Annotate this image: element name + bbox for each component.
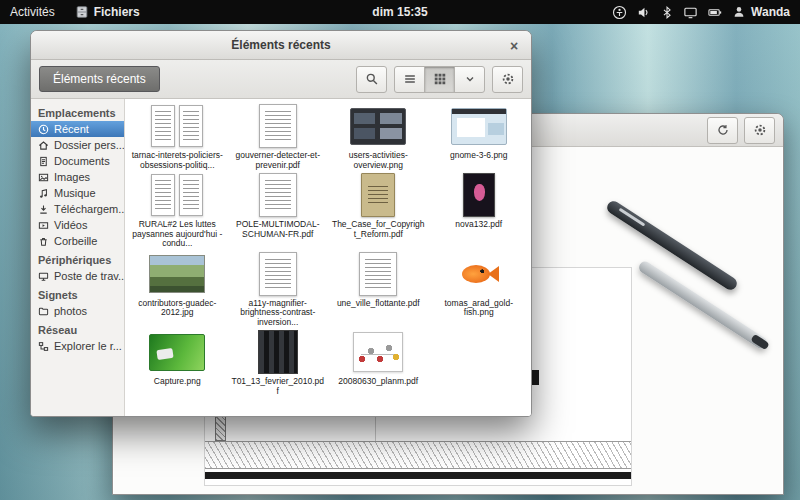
file-name: users-activities-overview.png <box>331 151 425 170</box>
file-name: tarnac-interets-policiers-obsessions-pol… <box>130 151 224 170</box>
sidebar-item-pictures[interactable]: Images <box>31 169 124 185</box>
files-toolbar: Éléments récents <box>31 60 531 99</box>
user-icon <box>732 5 746 19</box>
grid-view-button[interactable] <box>424 66 455 93</box>
file-item[interactable]: gouverner-detecter-et-prevenir.pdf <box>228 103 329 170</box>
grid-view-icon <box>433 72 447 86</box>
file-name: T01_13_fevrier_2010.pdf <box>231 377 325 396</box>
folder-icon <box>38 306 49 317</box>
sidebar-item-photos[interactable]: photos <box>31 303 124 319</box>
sidebar-item-music[interactable]: Musique <box>31 185 124 201</box>
gear-icon <box>501 72 515 86</box>
bluetooth-icon[interactable] <box>660 5 674 20</box>
app-menu[interactable]: Fichiers <box>65 0 150 24</box>
window-title: Éléments récents <box>231 38 330 52</box>
file-item[interactable]: a11y-magnifier-brightness-contrast-inver… <box>228 251 329 328</box>
music-icon <box>38 188 49 199</box>
refresh-icon <box>716 123 730 137</box>
display-icon[interactable] <box>683 5 698 20</box>
file-name: 20080630_planm.pdf <box>338 377 418 387</box>
file-item[interactable]: 20080630_planm.pdf <box>328 329 429 396</box>
desktop: Activités Fichiers dim 15:35 <box>0 0 800 500</box>
user-menu[interactable]: Wanda <box>732 5 790 19</box>
file-name: tomas_arad_gold-fish.png <box>432 299 526 318</box>
file-item[interactable]: tarnac-interets-policiers-obsessions-pol… <box>127 103 228 170</box>
sidebar-item-label: Documents <box>54 155 110 167</box>
sidebar-item-videos[interactable]: Vidéos <box>31 217 124 233</box>
search-icon <box>365 72 379 86</box>
file-item[interactable]: Capture.png <box>127 329 228 396</box>
sidebar-item-documents[interactable]: Documents <box>31 153 124 169</box>
file-item[interactable]: tomas_arad_gold-fish.png <box>429 251 530 328</box>
file-item[interactable]: users-activities-overview.png <box>328 103 429 170</box>
list-view-icon <box>403 72 417 86</box>
list-view-button[interactable] <box>394 66 425 93</box>
file-item[interactable]: The_Case_for_Copyright_Reform.pdf <box>328 172 429 249</box>
file-thumbnail <box>230 329 326 375</box>
search-button[interactable] <box>356 66 387 93</box>
file-item[interactable]: nova132.pdf <box>429 172 530 249</box>
files-window[interactable]: Éléments récents × Éléments récents <box>30 30 532 417</box>
file-item[interactable]: une_ville_flottante.pdf <box>328 251 429 328</box>
file-name: POLE-MULTIMODAL-SCHUMAN-FR.pdf <box>231 220 325 239</box>
sidebar-item-label: Téléchargem... <box>54 203 125 215</box>
trash-icon <box>38 236 49 247</box>
file-thumbnail <box>230 172 326 218</box>
close-button[interactable]: × <box>503 35 525 56</box>
file-thumbnail <box>330 329 426 375</box>
sidebar-item-label: Dossier pers... <box>54 139 125 151</box>
files-titlebar[interactable]: Éléments récents × <box>31 31 531 60</box>
battery-icon[interactable] <box>707 5 723 20</box>
clock[interactable]: dim 15:35 <box>372 5 427 19</box>
sidebar-item-trash[interactable]: Corbeille <box>31 233 124 249</box>
sidebar-heading-places: Emplacements <box>31 102 124 121</box>
computer-icon <box>38 271 49 282</box>
file-item[interactable]: T01_13_fevrier_2010.pdf <box>228 329 329 396</box>
file-thumbnail <box>431 172 527 218</box>
refresh-button[interactable] <box>707 117 738 144</box>
accessibility-icon[interactable] <box>612 5 627 20</box>
file-name: gouverner-detecter-et-prevenir.pdf <box>231 151 325 170</box>
activities-button[interactable]: Activités <box>0 0 65 24</box>
files-app-icon <box>75 5 89 19</box>
places-sidebar: Emplacements Récent Dossier pers... <box>31 99 125 416</box>
file-name: contributors-guadec-2012.jpg <box>130 299 224 318</box>
settings-button[interactable] <box>492 66 523 93</box>
file-thumbnail <box>330 103 426 149</box>
file-item[interactable]: RURAL#2 Les luttes paysannes aujourd'hui… <box>127 172 228 249</box>
file-item[interactable]: contributors-guadec-2012.jpg <box>127 251 228 328</box>
sidebar-heading-network: Réseau <box>31 319 124 338</box>
file-thumbnail <box>431 103 527 149</box>
sidebar-item-label: Poste de trav... <box>54 270 125 282</box>
files-body: Emplacements Récent Dossier pers... <box>31 99 531 416</box>
file-thumbnail <box>230 103 326 149</box>
file-name: a11y-magnifier-brightness-contrast-inver… <box>231 299 325 328</box>
file-item[interactable]: POLE-MULTIMODAL-SCHUMAN-FR.pdf <box>228 172 329 249</box>
view-options-button[interactable] <box>454 66 485 93</box>
file-thumbnail <box>129 251 225 297</box>
clock-icon <box>38 124 49 135</box>
sidebar-item-label: Images <box>54 171 90 183</box>
file-grid: tarnac-interets-policiers-obsessions-pol… <box>127 103 529 396</box>
sidebar-heading-bookmarks: Signets <box>31 284 124 303</box>
view-toggle-group <box>394 66 485 93</box>
file-thumbnail <box>330 172 426 218</box>
pathbar-recent-button[interactable]: Éléments récents <box>39 66 160 92</box>
file-item[interactable]: gnome-3-6.png <box>429 103 530 170</box>
file-thumbnail <box>129 329 225 375</box>
sidebar-item-recent[interactable]: Récent <box>31 121 124 137</box>
background-gear-button[interactable] <box>744 117 775 144</box>
sidebar-item-browse-network[interactable]: Explorer le r... <box>31 338 124 354</box>
sidebar-item-downloads[interactable]: Téléchargem... <box>31 201 124 217</box>
file-name: nova132.pdf <box>455 220 502 230</box>
file-thumbnail <box>431 251 527 297</box>
sidebar-item-computer[interactable]: Poste de trav... <box>31 268 124 284</box>
network-icon <box>38 341 49 352</box>
sidebar-item-home[interactable]: Dossier pers... <box>31 137 124 153</box>
file-name: gnome-3-6.png <box>450 151 508 161</box>
system-status-area: Wanda <box>606 0 796 24</box>
volume-icon[interactable] <box>636 5 651 20</box>
top-bar: Activités Fichiers dim 15:35 <box>0 0 800 24</box>
file-name: Capture.png <box>154 377 201 387</box>
file-thumbnail <box>330 251 426 297</box>
